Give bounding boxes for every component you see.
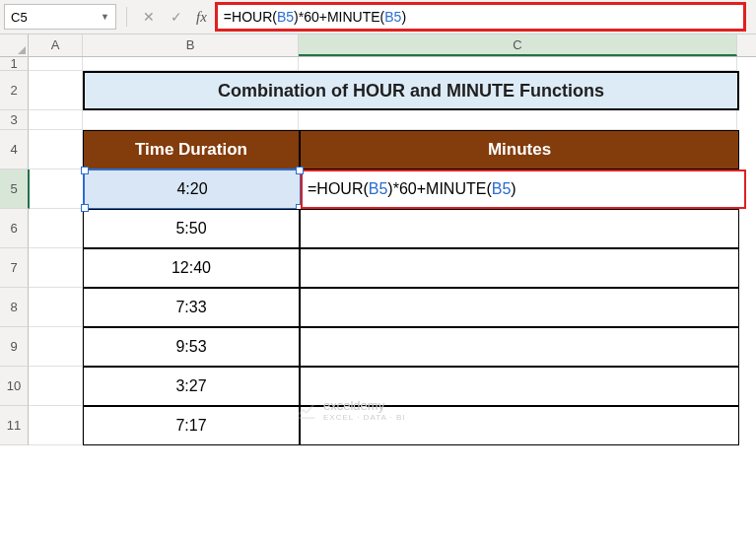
grid-row: 6 5:50 — [0, 209, 756, 248]
selection-handle — [296, 167, 304, 174]
cell-C10[interactable] — [300, 367, 739, 406]
title-cell[interactable]: Combination of HOUR and MINUTE Functions — [83, 71, 739, 110]
header-label: Minutes — [488, 140, 551, 160]
cell-value: 5:50 — [175, 220, 206, 237]
row-header-10[interactable]: 10 — [0, 367, 29, 406]
cell[interactable] — [29, 367, 83, 406]
spreadsheet-grid: A B C 1 2 Combination of HOUR and MINUTE… — [0, 34, 756, 445]
fx-icon[interactable]: fx — [192, 9, 211, 26]
cell-value: 7:17 — [175, 417, 206, 435]
grid-row: 1 — [0, 57, 756, 71]
selection-handle — [81, 204, 89, 212]
cancel-formula-button[interactable]: ✕ — [137, 5, 161, 29]
formula-bar[interactable]: =HOUR(B5)*60+MINUTE(B5) — [215, 2, 746, 32]
cell[interactable] — [83, 110, 299, 130]
header-minutes[interactable]: Minutes — [300, 130, 739, 169]
cell[interactable] — [29, 406, 83, 445]
cell-B8[interactable]: 7:33 — [83, 288, 300, 327]
cell-B11[interactable]: 7:17 — [83, 406, 300, 445]
cell-B9[interactable]: 9:53 — [83, 327, 300, 367]
cell-value: 3:27 — [175, 377, 206, 395]
cell[interactable] — [83, 57, 299, 71]
row-header-2[interactable]: 2 — [0, 71, 29, 110]
cell[interactable] — [29, 248, 83, 288]
cell[interactable] — [29, 130, 83, 169]
separator — [126, 7, 127, 27]
select-all-corner[interactable] — [0, 34, 29, 56]
cell-B7[interactable]: 12:40 — [83, 248, 300, 288]
cell[interactable] — [30, 169, 84, 209]
grid-row: 4 Time Duration Minutes — [0, 130, 756, 169]
column-header-A[interactable]: A — [29, 34, 83, 56]
row-header-6[interactable]: 6 — [0, 209, 29, 248]
grid-row: 11 7:17 — [0, 406, 756, 445]
cell[interactable] — [29, 327, 83, 367]
column-headers: A B C — [0, 34, 756, 57]
row-header-1[interactable]: 1 — [0, 57, 29, 71]
grid-row: 5 4:20 =HOUR(B5)*60+MINUTE(B5) — [0, 169, 756, 209]
grid-row: 10 3:27 — [0, 367, 756, 406]
row-header-8[interactable]: 8 — [0, 288, 29, 327]
chevron-down-icon[interactable]: ▼ — [101, 12, 109, 22]
cell-C7[interactable] — [300, 248, 739, 288]
row-header-9[interactable]: 9 — [0, 327, 29, 367]
cell-value: 4:20 — [176, 180, 207, 198]
cell-C8[interactable] — [300, 288, 739, 327]
cell-C9[interactable] — [300, 327, 739, 367]
cell[interactable] — [299, 110, 737, 130]
cell-value: 9:53 — [175, 338, 206, 356]
cell[interactable] — [29, 288, 83, 327]
accept-formula-button[interactable]: ✓ — [165, 5, 188, 29]
grid-row: 9 9:53 — [0, 327, 756, 367]
row-header-4[interactable]: 4 — [0, 130, 29, 169]
title-text: Combination of HOUR and MINUTE Functions — [218, 81, 604, 102]
row-header-3[interactable]: 3 — [0, 110, 29, 130]
name-box-value: C5 — [11, 10, 28, 25]
grid-row: 7 12:40 — [0, 248, 756, 288]
cell-C11[interactable] — [300, 406, 739, 445]
row-header-5[interactable]: 5 — [0, 169, 30, 209]
cell-value: 7:33 — [175, 299, 206, 316]
column-header-B[interactable]: B — [83, 34, 299, 56]
row-header-11[interactable]: 11 — [0, 406, 29, 445]
cell-C5[interactable]: =HOUR(B5)*60+MINUTE(B5) — [301, 169, 746, 209]
cell-B10[interactable]: 3:27 — [83, 367, 300, 406]
grid-row: 2 Combination of HOUR and MINUTE Functio… — [0, 71, 756, 110]
row-header-7[interactable]: 7 — [0, 248, 29, 288]
cell-B6[interactable]: 5:50 — [83, 209, 300, 248]
grid-row: 3 — [0, 110, 756, 130]
name-box[interactable]: C5 ▼ — [4, 4, 116, 30]
cell-B5[interactable]: 4:20 — [84, 169, 301, 209]
header-time-duration[interactable]: Time Duration — [83, 130, 300, 169]
cell[interactable] — [29, 209, 83, 248]
header-label: Time Duration — [135, 140, 247, 160]
cell-formula-text: =HOUR(B5)*60+MINUTE(B5) — [308, 180, 516, 198]
cell-value: 12:40 — [172, 259, 211, 277]
column-header-C[interactable]: C — [299, 34, 737, 56]
cell-C6[interactable] — [300, 209, 739, 248]
grid-row: 8 7:33 — [0, 288, 756, 327]
cell[interactable] — [29, 57, 83, 71]
cell[interactable] — [29, 71, 83, 110]
cell[interactable] — [299, 57, 737, 71]
cell[interactable] — [29, 110, 83, 130]
formula-text: =HOUR(B5)*60+MINUTE(B5) — [224, 9, 406, 25]
formula-bar-row: C5 ▼ ✕ ✓ fx =HOUR(B5)*60+MINUTE(B5) — [0, 0, 756, 34]
